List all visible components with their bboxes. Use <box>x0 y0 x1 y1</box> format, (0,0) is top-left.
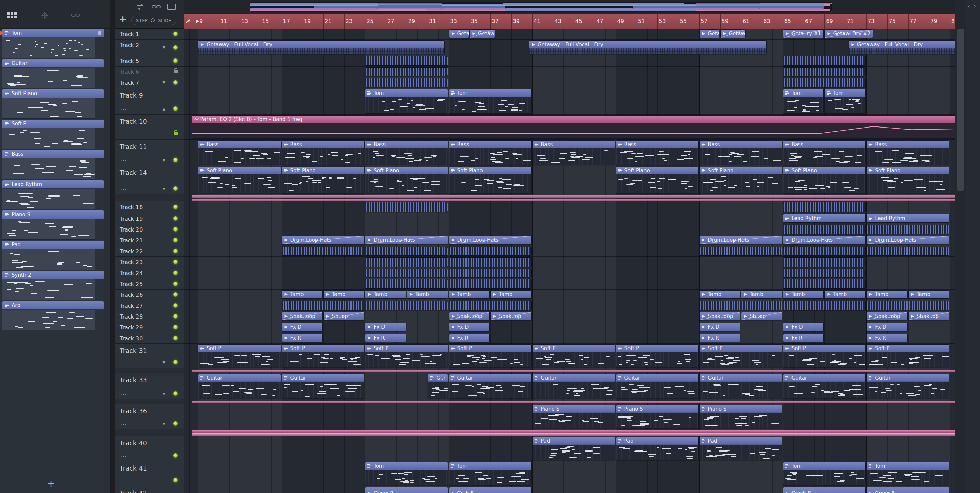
track-mute-led[interactable] <box>173 249 178 253</box>
clip-soft-p[interactable]: Soft P <box>866 344 950 367</box>
clip-fx-d[interactable]: Fx D <box>866 323 907 331</box>
clip-piano-s[interactable]: Piano S <box>699 405 782 428</box>
pattern-item[interactable]: Pad <box>2 240 104 270</box>
track-row[interactable]: Track 5 <box>115 55 184 67</box>
scroll-right-chevron-icon[interactable]: › <box>974 3 976 10</box>
pattern-stripes-clip[interactable] <box>282 247 365 256</box>
clip-tom[interactable]: Tom <box>365 89 448 114</box>
automation-strip-clip[interactable] <box>192 433 955 436</box>
track-row[interactable]: Track 21 <box>115 235 184 246</box>
pattern-stripes-clip[interactable] <box>365 67 448 76</box>
pattern-item[interactable]: Bass <box>2 150 104 179</box>
pattern-stripes-clip[interactable] <box>783 279 866 289</box>
clip-shak-op[interactable]: Shak..op <box>490 312 531 320</box>
clip-shak-oop[interactable]: Shak..oop <box>699 312 740 320</box>
clip-tom[interactable]: Tom <box>866 462 950 485</box>
track-collapse-arrow-icon[interactable]: ▼ <box>163 392 165 396</box>
track-mute-led[interactable] <box>173 282 178 286</box>
clip-soft-piano[interactable]: Soft Piano <box>699 166 782 193</box>
clip-crash-8[interactable]: Crash 8 <box>365 487 448 493</box>
clip-guitar[interactable]: Guitar <box>198 374 281 398</box>
track-mute-led[interactable] <box>173 216 178 221</box>
clip-guitar[interactable]: Guitar <box>282 374 365 398</box>
track-row[interactable]: Track 41... <box>115 461 184 486</box>
vertical-scrollbar[interactable] <box>955 0 966 493</box>
track-mute-led[interactable] <box>173 292 178 297</box>
pattern-stripes-clip[interactable] <box>365 56 448 66</box>
playlist-grid[interactable]: Geta..ry #1Getaw..Dry #2Geta..ry #1Getaw… <box>184 29 955 493</box>
picker-move-icon[interactable] <box>40 11 49 19</box>
track-row[interactable]: Track 9...▲ <box>115 89 184 114</box>
clip-drum-loop-hats[interactable]: Drum Loop Hats <box>866 236 950 244</box>
clip-getaway-full-vocal-dry[interactable]: Getaway - Full Vocal - Dry <box>529 40 767 54</box>
clip-bass[interactable]: Bass <box>532 140 615 165</box>
pattern-stripes-clip[interactable] <box>783 301 866 311</box>
clip-tamb[interactable]: Tamb <box>741 290 782 298</box>
pattern-stripes-clip[interactable] <box>783 67 866 76</box>
pattern-stripes-clip[interactable] <box>783 257 866 267</box>
clip-pad[interactable]: Pad <box>532 437 615 460</box>
clip-tom[interactable]: Tom <box>449 462 532 485</box>
automation-strip-clip[interactable] <box>192 195 955 198</box>
clip-fx-r[interactable]: Fx R <box>699 334 740 342</box>
pattern-item-header[interactable]: Pad <box>2 240 104 249</box>
clip-fx-r[interactable]: Fx R <box>282 334 323 342</box>
track-mute-led[interactable] <box>173 238 178 243</box>
track-row[interactable]: Track 25 <box>115 279 184 290</box>
clip-tom[interactable]: Tom <box>783 462 866 485</box>
clip-shak-oop[interactable]: Shak..oop <box>866 312 907 320</box>
clip-sh-op[interactable]: Sh..op <box>741 312 782 320</box>
clip-crash-8[interactable]: Crash 8 <box>866 487 950 493</box>
track-mute-led[interactable] <box>173 336 178 340</box>
pattern-stripes-clip[interactable] <box>449 247 532 256</box>
clip-tamb[interactable]: Tamb <box>323 290 364 298</box>
clip-tom[interactable]: Tom <box>783 89 824 114</box>
clip-drum-loop-hats[interactable]: Drum Loop Hats <box>449 236 532 244</box>
pattern-item-header[interactable]: Arp <box>2 301 104 310</box>
pattern-item[interactable]: Arp <box>2 301 104 330</box>
clip-crash-8[interactable]: Crash 8 <box>783 487 866 493</box>
swap-tool-icon[interactable] <box>136 3 145 11</box>
pattern-stripes-clip[interactable] <box>783 56 866 66</box>
clip-pad[interactable]: Pad <box>616 437 699 460</box>
track-row[interactable]: Track 27 <box>115 300 184 311</box>
pattern-stripes-clip[interactable] <box>866 225 950 234</box>
track-mute-led[interactable] <box>173 106 178 111</box>
clip-tamb[interactable]: Tamb <box>866 290 907 298</box>
clip-soft-p[interactable]: Soft P <box>282 344 365 367</box>
clip-drum-loop-hats[interactable]: Drum Loop Hats <box>365 236 448 244</box>
track-mute-led[interactable] <box>173 360 178 365</box>
track-lock-icon[interactable] <box>173 70 178 73</box>
pattern-item-header[interactable]: Synth 2 <box>2 271 104 279</box>
clip-fx-d[interactable]: Fx D <box>365 323 406 331</box>
slide-link-icon[interactable] <box>152 4 161 11</box>
pattern-stripes-clip[interactable] <box>282 301 365 311</box>
track-row[interactable]: Track 42 <box>115 486 184 493</box>
clip-soft-p[interactable]: Soft P <box>783 344 866 367</box>
clip-bass[interactable]: Bass <box>449 140 532 165</box>
track-mute-led[interactable] <box>173 325 178 330</box>
automation-strip-clip[interactable] <box>192 369 955 372</box>
pattern-item-header[interactable]: Soft P <box>2 119 104 128</box>
pattern-item-header[interactable]: Lead Rythm <box>2 180 104 189</box>
step-slide-toggle[interactable]: STEP SLIDE <box>131 16 176 25</box>
clip-tamb[interactable]: Tamb <box>824 290 865 298</box>
pattern-stripes-clip[interactable] <box>365 247 448 256</box>
track-mute-led[interactable] <box>173 158 178 162</box>
track-row[interactable]: Track 2▼ <box>115 40 184 55</box>
pattern-stripes-clip[interactable] <box>866 247 950 256</box>
track-row[interactable]: Track 20 <box>115 224 184 235</box>
track-mute-led[interactable] <box>173 392 178 396</box>
clip-fx-d[interactable]: Fx D <box>282 323 323 331</box>
clip-guitar[interactable]: Guitar <box>699 374 782 398</box>
clip-fx-r[interactable]: Fx R <box>365 334 406 342</box>
track-row[interactable]: Track 31...▼ <box>115 344 184 368</box>
clip-shak-oop[interactable]: Shak..oop <box>282 312 323 320</box>
track-mute-led[interactable] <box>173 32 178 36</box>
pattern-stripes-clip[interactable] <box>365 202 448 212</box>
clip-guitar[interactable]: Guitar <box>532 374 615 398</box>
automation-strip-clip[interactable] <box>192 198 955 201</box>
clip-soft-p[interactable]: Soft P <box>532 344 615 367</box>
pattern-stripes-clip[interactable] <box>783 202 866 212</box>
track-row[interactable]: Track 19 <box>115 213 184 224</box>
